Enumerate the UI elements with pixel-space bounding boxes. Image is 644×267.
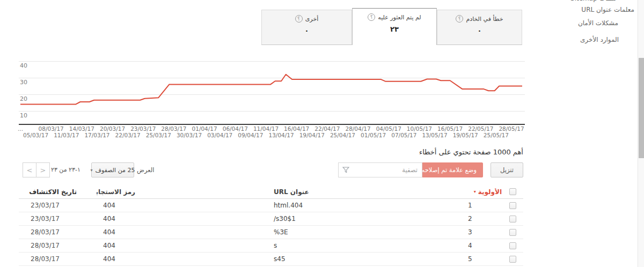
- row-select-cell: [502, 242, 523, 249]
- gridline: [19, 94, 525, 95]
- url-header[interactable]: عنوان URL: [268, 188, 462, 196]
- table-row: 3 %3E 404 28/03/17: [19, 226, 523, 239]
- url-cell[interactable]: html.404: [268, 202, 462, 209]
- x-axis-tick-label: 19/05/17: [448, 132, 482, 138]
- table-row: 4 s 404 28/03/17: [19, 239, 523, 253]
- x-axis-tick-label: 19/04/17: [295, 132, 329, 138]
- tab-server-error[interactable]: خطأ في الخادم ؟ ٠: [437, 10, 522, 45]
- x-axis-tick-label: 22/05/17: [464, 125, 498, 132]
- x-axis-tick-label: 10/05/17: [402, 125, 436, 132]
- url-cell[interactable]: s: [268, 242, 462, 249]
- date-cell: 28/03/17: [19, 228, 97, 236]
- response-code-cell: 404: [97, 255, 268, 263]
- date-header[interactable]: تاريخ الاكتشاف: [19, 188, 97, 196]
- sidebar-item-url-parameters[interactable]: معلمات عنوان URL: [581, 6, 634, 13]
- tab-other-label: أخرى ؟: [295, 15, 319, 23]
- tab-server-error-label: خطأ في الخادم ؟: [456, 15, 503, 23]
- filter-input[interactable]: [338, 162, 422, 177]
- pager-next-button[interactable]: >: [36, 162, 50, 177]
- x-axis-tick-label: ...: [3, 125, 38, 132]
- response-code-cell: 404: [97, 228, 268, 236]
- x-axis-tick-label: 01/04/17: [187, 125, 222, 132]
- y-axis-tick-label: 10: [20, 112, 27, 119]
- x-axis-tick-label: 25/03/17: [141, 132, 175, 138]
- row-checkbox[interactable]: [509, 242, 516, 249]
- sidebar-item-sitemaps[interactable]: ملفات Sitemap: [570, 0, 616, 2]
- tab-other[interactable]: أخرى ؟ ٠: [261, 10, 352, 45]
- errors-table-title: أهم 1000 صفحة تحتوي على أخطاء: [419, 148, 523, 156]
- y-axis-tick-label: 20: [20, 95, 27, 102]
- download-button[interactable]: تنزيل: [491, 162, 523, 177]
- x-axis-tick-label: 01/05/17: [356, 132, 391, 138]
- row-select-cell: [502, 216, 523, 222]
- date-cell: 28/03/17: [19, 255, 97, 263]
- url-cell[interactable]: %3E: [268, 228, 462, 236]
- help-icon[interactable]: ؟: [368, 13, 375, 21]
- url-cell[interactable]: s45: [268, 255, 462, 263]
- response-code-header[interactable]: رمز الاستجابة: [97, 188, 268, 196]
- x-axis-tick-label: 07/05/17: [387, 132, 421, 138]
- x-axis-tick-label: 05/03/17: [19, 132, 53, 138]
- row-checkbox[interactable]: [509, 216, 516, 222]
- tab-not-found[interactable]: لم يتم العثور عليه ؟ ٢٣: [352, 8, 437, 45]
- priority-cell: 3: [462, 228, 502, 236]
- tab-label-text: لم يتم العثور عليه: [378, 14, 421, 21]
- table-row: 5 s45 404 28/03/17: [19, 253, 523, 266]
- help-icon[interactable]: ؟: [456, 15, 463, 23]
- response-code-cell: 404: [97, 242, 268, 249]
- x-axis-tick-label: 08/03/17: [34, 125, 68, 132]
- row-checkbox[interactable]: [509, 202, 516, 209]
- response-code-cell: 404: [97, 202, 268, 209]
- sidebar-item-security-issues[interactable]: مشكلات الأمان: [578, 19, 618, 27]
- x-axis-tick-label: 28/04/17: [341, 125, 375, 132]
- priority-cell: 4: [462, 242, 502, 249]
- x-axis-tick-label: 13/04/17: [264, 132, 298, 138]
- help-icon[interactable]: ؟: [295, 15, 303, 23]
- x-axis-tick-label: 04/05/17: [371, 125, 406, 132]
- pager-range-text: ١-٢٣ من ٢٣: [51, 166, 80, 173]
- url-cell[interactable]: /s30$1: [268, 215, 462, 222]
- x-axis-tick-label: 09/04/17: [233, 132, 268, 138]
- tab-not-found-label: لم يتم العثور عليه ؟: [368, 13, 421, 21]
- table-body: 1 html.404 404 23/03/17 2 /s30$1 404 23/…: [19, 199, 523, 266]
- tab-label-text: خطأ في الخادم: [466, 16, 503, 23]
- table-row: 2 /s30$1 404 23/03/17: [19, 212, 523, 226]
- row-checkbox[interactable]: [509, 229, 516, 236]
- x-axis-tick-label: 25/04/17: [325, 132, 360, 138]
- select-all-checkbox[interactable]: [509, 188, 516, 195]
- x-axis-tick-label: 11/04/17: [249, 125, 283, 132]
- table-row: 1 html.404 404 23/03/17: [19, 199, 523, 212]
- response-code-cell: 404: [97, 215, 268, 222]
- x-axis-tick-label: 11/03/17: [49, 132, 84, 138]
- row-select-cell: [502, 229, 523, 236]
- row-checkbox[interactable]: [509, 256, 516, 263]
- tab-not-found-count: ٢٣: [390, 25, 399, 33]
- filter-box: [338, 162, 422, 177]
- x-axis-tick-label: 16/05/17: [433, 125, 467, 132]
- filter-icon: [342, 167, 349, 173]
- x-axis-tick-label: 13/05/17: [418, 132, 452, 138]
- gridline: [19, 78, 525, 78]
- date-cell: 23/03/17: [19, 202, 97, 209]
- select-all-cell: [502, 188, 523, 195]
- tab-other-count: ٠: [305, 27, 309, 35]
- scrollbar-thumb[interactable]: [639, 58, 644, 158]
- x-axis-line: [19, 124, 525, 125]
- rows-per-page-select[interactable]: 25 من الصفوف ▾: [91, 162, 134, 177]
- x-axis-tick-label: 28/03/17: [157, 125, 191, 132]
- priority-cell: 5: [462, 255, 502, 263]
- x-axis-tick-label: 06/04/17: [218, 125, 252, 132]
- priority-cell: 2: [462, 215, 502, 222]
- x-axis-tick-label: 20/03/17: [96, 125, 130, 132]
- priority-header[interactable]: الأولوية ▾: [462, 188, 502, 196]
- pager-prev-button[interactable]: <: [23, 162, 36, 177]
- tab-server-error-count: ٠: [478, 27, 482, 35]
- x-axis-tick-label: 30/03/17: [172, 132, 207, 138]
- sidebar-item-other-resources[interactable]: الموارد الأخرى: [580, 36, 619, 43]
- x-axis-tick-label: 22/03/17: [111, 132, 145, 138]
- x-axis-tick-label: 14/03/17: [64, 125, 99, 132]
- priority-header-text: الأولوية: [478, 188, 502, 196]
- row-select-cell: [502, 256, 523, 263]
- x-axis-tick-label: 17/03/17: [80, 132, 114, 138]
- errors-line-series: [20, 75, 522, 105]
